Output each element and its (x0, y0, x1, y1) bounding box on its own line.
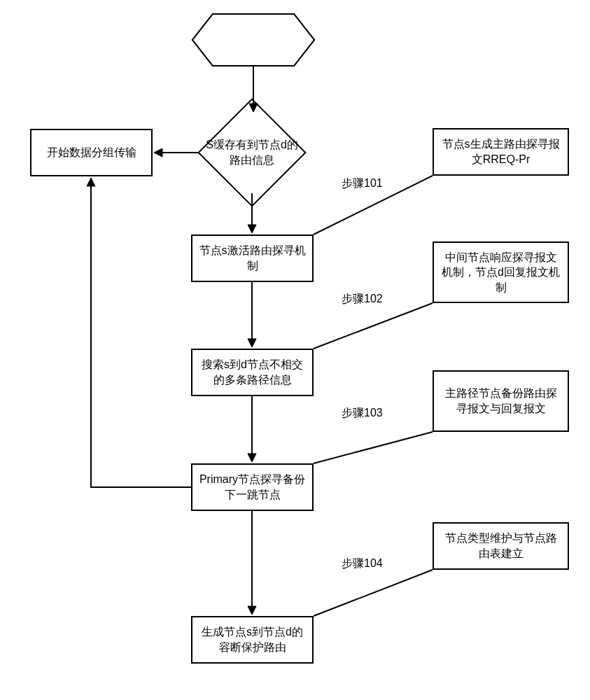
note-2-node: 中间节点响应探寻报文机制，节点d回复报文机制 (433, 241, 569, 303)
hexagon-start-shape (192, 14, 314, 66)
svg-line-16 (314, 432, 433, 463)
note-3-node: 主路径节点备份路由探寻报文与回复报文 (433, 370, 569, 432)
process-3-label: Primary节点探寻备份下一跳节点 (198, 472, 307, 502)
note-1-label: 节点s生成主路由探寻报文RREQ-Pr (440, 136, 562, 167)
decision-node (197, 98, 307, 207)
step-104-label: 步骤104 (342, 556, 383, 571)
process-4-label: 生成节点s到节点d的容断保护路由 (198, 624, 307, 654)
process-2-label: 搜索s到d节点不相交的多条路径信息 (198, 357, 307, 387)
svg-line-15 (314, 303, 433, 349)
process-1-node: 节点s激活路由探寻机制 (191, 234, 314, 282)
note-1-node: 节点s生成主路由探寻报文RREQ-Pr (433, 128, 569, 176)
step-101-label: 步骤101 (342, 176, 383, 191)
step-102-label: 步骤102 (342, 292, 383, 307)
note-4-node: 节点类型维护与节点路由表建立 (433, 522, 569, 570)
svg-marker-10 (248, 454, 256, 462)
svg-marker-8 (248, 339, 256, 347)
left-process-label: 开始数据分组传输 (47, 145, 136, 160)
process-1-label: 节点s激活路由探寻机制 (198, 243, 307, 273)
start-node-label: 节点s到节点d的通信请求 (197, 25, 309, 55)
svg-marker-0 (192, 14, 314, 66)
note-2-label: 中间节点响应探寻报文机制，节点d回复报文机制 (440, 250, 562, 295)
svg-line-17 (314, 570, 433, 616)
left-process-node: 开始数据分组传输 (30, 129, 153, 176)
note-3-label: 主路径节点备份路由探寻报文与回复报文 (440, 386, 562, 416)
flowchart-canvas: 节点s到节点d的通信请求 S缓存有到节点d的路由信息 开始数据分组传输 节点s激… (0, 0, 590, 700)
step-103-label: 步骤103 (342, 406, 383, 421)
svg-marker-12 (248, 606, 256, 615)
svg-marker-4 (154, 148, 162, 157)
svg-marker-6 (248, 225, 256, 233)
process-3-node: Primary节点探寻备份下一跳节点 (191, 463, 314, 511)
svg-marker-13 (87, 178, 95, 186)
note-4-label: 节点类型维护与节点路由表建立 (440, 531, 562, 561)
process-2-node: 搜索s到d节点不相交的多条路径信息 (191, 349, 314, 396)
process-4-node: 生成节点s到节点d的容断保护路由 (191, 616, 314, 664)
